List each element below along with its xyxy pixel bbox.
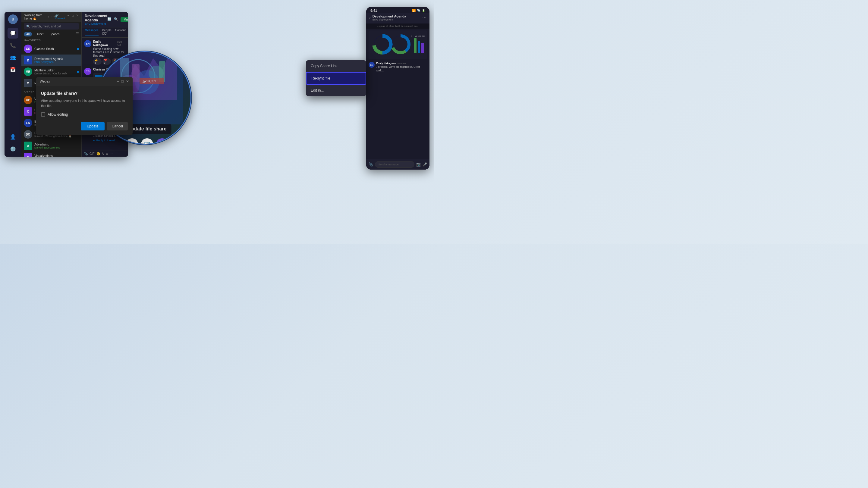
mobile-msg-1: EN Emily Nakagawa 8:45 AM ...problem, we… xyxy=(369,62,427,73)
mobile-msg-content-1: Emily Nakagawa 8:45 AM ...problem, we're… xyxy=(376,62,427,73)
svg-text:OR: OR xyxy=(422,35,425,37)
nav-arrow-left[interactable]: ‹ xyxy=(48,15,49,19)
contact-name-da: Development Agenda xyxy=(34,57,79,61)
contact-name-ad: Advertising xyxy=(34,143,79,146)
wifi-icon: 📡 xyxy=(417,9,421,12)
chat-subtitle: ENG Deployment xyxy=(85,22,107,25)
mobile-panel: 9:41 📶 📡 🔋 ‹ Development Agenda ENG depl… xyxy=(366,7,430,170)
resync-file-item[interactable]: Re-sync file xyxy=(306,72,366,85)
allow-editing-checkbox[interactable] xyxy=(41,112,45,117)
nav-arrow-right[interactable]: › xyxy=(51,15,52,19)
toolbar-more-icon[interactable]: ··· xyxy=(110,152,113,156)
svg-rect-28 xyxy=(421,43,424,53)
mobile-camera-icon[interactable]: 📷 xyxy=(416,162,421,167)
svg-point-21 xyxy=(377,39,388,50)
toolbar-gif-icon[interactable]: GIF xyxy=(90,152,95,156)
toolbar-attach-icon[interactable]: 📎 xyxy=(84,152,88,156)
window-controls: 🔗 Connect − □ ✕ xyxy=(55,14,79,20)
contact-visualizations[interactable]: V Visualizations ENG Deployment xyxy=(22,152,82,157)
mobile-chart-svg: A MZ CD OR xyxy=(370,32,425,56)
tab-content[interactable]: Content xyxy=(115,29,126,36)
contact-avatar-en: EN xyxy=(24,119,32,127)
mobile-msg-header-1: Emily Nakagawa 8:45 AM xyxy=(376,62,427,65)
mobile-back-btn[interactable]: ‹ xyxy=(369,15,371,20)
sidebar-meetings-icon[interactable]: 📅 xyxy=(7,64,19,75)
svg-rect-13 xyxy=(132,64,140,82)
allow-editing-label: Allow editing xyxy=(48,112,68,117)
sidebar-chat-icon[interactable]: 💬 xyxy=(7,28,19,38)
mobile-message-input[interactable]: Send a message xyxy=(375,161,414,168)
update-button[interactable]: Update xyxy=(81,122,104,130)
zoom-link-btn[interactable]: 🔗 xyxy=(126,138,138,144)
window-maximize-btn[interactable]: □ xyxy=(72,14,73,20)
contact-info-ad: Advertising Marketing Department xyxy=(34,143,79,149)
favorites-section-label: Favorites xyxy=(22,38,82,43)
window-minimize-btn[interactable]: − xyxy=(67,14,69,20)
contact-name-mb: Matthew Baker xyxy=(34,69,75,72)
dialog-minimize-btn[interactable]: − xyxy=(117,79,119,84)
dialog-app-name: Webex xyxy=(40,79,50,83)
tab-messages[interactable]: Messages xyxy=(85,29,98,36)
toolbar-format-icon[interactable]: A xyxy=(102,152,104,156)
mobile-attach-icon[interactable]: 📎 xyxy=(369,162,373,167)
window-close-btn[interactable]: ✕ xyxy=(76,14,79,20)
filter-tab-spaces[interactable]: Spaces xyxy=(47,32,62,36)
mobile-msg-row-1: EN Emily Nakagawa 8:45 AM ...problem, we… xyxy=(369,62,427,73)
cancel-button[interactable]: Cancel xyxy=(107,122,128,130)
unread-dot-cs xyxy=(77,48,79,50)
signal-icon: 📶 xyxy=(412,9,415,12)
contact-avatar-ad: A xyxy=(24,141,32,150)
filter-tab-all[interactable]: All xyxy=(24,32,32,36)
contact-avatar-up: UP xyxy=(24,96,32,104)
dialog-close-btn[interactable]: ✕ xyxy=(126,79,129,84)
contact-status-mb: Do Not Disturb · Out for walk xyxy=(34,72,75,75)
contact-advertising[interactable]: A Advertising Marketing Department xyxy=(22,140,82,152)
zoom-action-buttons: 🔗 🔄 💬 xyxy=(126,138,168,144)
edit-in-item[interactable]: Edit in... xyxy=(306,85,366,96)
sidebar-teams-icon[interactable]: 👥 xyxy=(7,52,19,63)
contact-clarissa-smith[interactable]: CS Clarissa Smith xyxy=(22,43,82,55)
window-connect-btn[interactable]: 🔗 Connect xyxy=(55,14,65,20)
sidebar-settings-icon[interactable]: ⚙️ xyxy=(7,143,19,154)
dialog-description: After updating, everyone in this space w… xyxy=(41,98,128,108)
mobile-input-placeholder: Send a message xyxy=(378,163,399,166)
mobile-chat-header: ‹ Development Agenda ENG deployment ⋯ xyxy=(366,13,430,24)
filter-tab-direct[interactable]: Direct xyxy=(33,32,46,36)
copy-share-link-item[interactable]: Copy Share Link xyxy=(306,60,366,72)
search-chat-icon[interactable]: 🔍 xyxy=(114,17,118,22)
mobile-sender-name: Emily Nakagawa xyxy=(376,62,396,65)
toolbar-screen-icon[interactable]: 🖥 xyxy=(105,152,108,156)
sidebar-contacts-icon[interactable]: 👤 xyxy=(7,131,19,142)
chat-tabs: Messages People (30) Content Schedule Ap… xyxy=(82,27,128,38)
contact-matthew-baker[interactable]: MB Matthew Baker Do Not Disturb · Out fo… xyxy=(22,66,82,77)
dialog-titlebar: Webex − □ ✕ xyxy=(36,77,133,86)
window-title-left: Working from home 🔥 ‹ › + xyxy=(24,13,55,20)
sidebar-phone-icon[interactable]: 📞 xyxy=(7,40,19,51)
zoom-resync-btn[interactable]: 🔄 xyxy=(141,138,153,144)
user-avatar[interactable]: U xyxy=(8,14,18,24)
filter-tabs: All Direct Spaces ☰ xyxy=(22,31,82,38)
mobile-mic-icon[interactable]: 🎤 xyxy=(423,162,427,167)
refresh-icon[interactable]: 🔄 xyxy=(107,17,112,22)
zoom-share-btn[interactable]: 💬 xyxy=(156,138,168,144)
msg-time-1: 8:20 AM xyxy=(117,40,126,46)
contact-avatar-cs: CS xyxy=(24,44,32,53)
meet-button[interactable]: Meet xyxy=(121,17,128,22)
svg-text:A: A xyxy=(411,35,412,37)
mobile-bg-card: A MZ CD OR xyxy=(369,30,427,59)
msg-avatar-en: EN xyxy=(84,40,91,47)
mobile-msg-text-1: ...problem, we're still regardless. Grea… xyxy=(376,65,427,73)
contact-name-cs: Clarissa Smith xyxy=(34,47,75,51)
app-sidebar: U 💬 📞 👥 📅 👤 ⚙️ xyxy=(4,12,22,157)
tab-people[interactable]: People (30) xyxy=(102,29,112,36)
contact-development-agenda[interactable]: D Development Agenda ENG Deployment xyxy=(22,55,82,66)
mobile-more-icon[interactable]: ⋯ xyxy=(422,15,427,20)
window-titlebar: Working from home 🔥 ‹ › + 🔗 Connect − □ … xyxy=(22,12,82,22)
mobile-input-area: 📎 Send a message 📷 🎤 xyxy=(366,159,430,170)
toolbar-emoji-icon[interactable]: 😊 xyxy=(96,152,100,156)
dialog-maximize-btn[interactable]: □ xyxy=(121,79,124,84)
dialog-controls: − □ ✕ xyxy=(117,79,129,84)
search-bar[interactable]: 🔍 Search, meet, and call xyxy=(24,23,79,30)
filter-menu-icon[interactable]: ☰ xyxy=(76,32,79,36)
contact-avatar-da: D xyxy=(24,56,32,64)
